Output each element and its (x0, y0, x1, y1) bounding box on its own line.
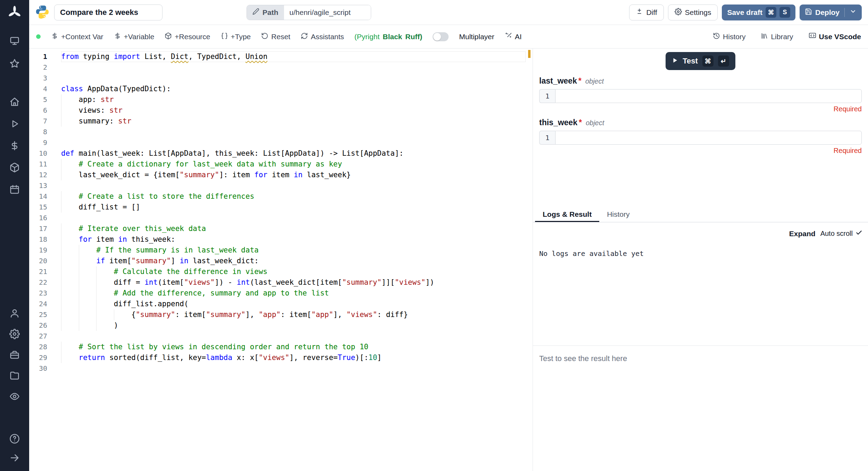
line-number: 24 (29, 299, 47, 309)
cmd-key-badge: ⌘ (766, 7, 776, 18)
multiplayer-label: Multiplayer (459, 33, 494, 41)
app-window: Path u/henri/agile_script Diff Settings (0, 0, 868, 471)
code-line[interactable]: # Sort the list by views in descending o… (61, 342, 526, 352)
add-type-label: +Type (231, 33, 251, 41)
add-resource-button[interactable]: +Resource (165, 32, 210, 41)
code-line[interactable]: if item["summary"] in last_week_dict: (61, 256, 526, 266)
gear-icon[interactable] (8, 328, 21, 340)
code-line[interactable] (61, 363, 526, 374)
code-line[interactable]: app: str (61, 94, 526, 105)
history-button[interactable]: History (713, 32, 745, 41)
code-line[interactable]: # Calculate the difference in views (61, 266, 526, 277)
code-line[interactable]: # Add the difference, summary and app to… (61, 288, 526, 299)
chevron-down-icon[interactable] (850, 8, 857, 17)
code-line[interactable] (61, 180, 526, 191)
settings-label: Settings (685, 8, 711, 17)
star-icon[interactable] (8, 58, 21, 70)
tab-history[interactable]: History (599, 207, 637, 222)
home-icon[interactable] (8, 96, 21, 108)
enter-key-badge: ↵ (718, 55, 729, 67)
script-title-input[interactable] (54, 5, 162, 20)
code-line[interactable]: summary: str (61, 116, 526, 127)
multiplayer-toggle[interactable] (433, 32, 449, 41)
test-button[interactable]: Test ⌘ ↵ (666, 52, 735, 70)
line-number: 5 (29, 94, 47, 105)
code-line[interactable] (61, 127, 526, 137)
folder-icon[interactable] (8, 369, 21, 382)
code-line[interactable]: diff = int(item["views"]) - int(last_wee… (61, 277, 526, 288)
save-draft-button[interactable]: Save draft ⌘ S (722, 5, 795, 20)
sidebar (0, 0, 29, 471)
settings-button[interactable]: Settings (668, 5, 718, 20)
eye-icon[interactable] (8, 390, 21, 403)
path-group[interactable]: Path u/henri/agile_script (247, 5, 371, 20)
code-line[interactable]: # Create a list to store the differences (61, 191, 526, 202)
this-week-input[interactable] (555, 131, 862, 145)
code-line[interactable]: def main(last_week: List[AppData], this_… (61, 148, 526, 159)
calendar-icon[interactable] (8, 183, 21, 196)
add-context-var-button[interactable]: +Context Var (51, 32, 103, 41)
braces-icon (221, 32, 228, 41)
logs-area: Expand Auto scroll No logs are available… (533, 222, 868, 346)
assistants-button[interactable]: Assistants (301, 32, 344, 41)
code-line[interactable]: last_week_dict = {item["summary"]: item … (61, 170, 526, 180)
autoscroll-checkbox[interactable]: Auto scroll (820, 229, 862, 238)
library-button[interactable]: Library (761, 32, 793, 41)
code-line[interactable]: diff_list = [] (61, 202, 526, 213)
code-line[interactable]: {"summary": item["summary"], "app": item… (61, 309, 526, 320)
path-value[interactable]: u/henri/agile_script (284, 5, 371, 20)
result-placeholder: Test to see the result here (539, 354, 627, 363)
line-number: 21 (29, 266, 47, 277)
last-week-input[interactable] (555, 89, 862, 103)
code-line[interactable]: for item in this_week: (61, 234, 526, 245)
tab-logs-result[interactable]: Logs & Result (535, 207, 599, 222)
line-number: 6 (29, 105, 47, 116)
arrow-right-icon[interactable] (8, 452, 21, 464)
refresh-cw-icon (301, 32, 308, 41)
topbar: Path u/henri/agile_script Diff Settings (29, 0, 868, 25)
code-line[interactable]: class AppData(TypedDict): (61, 84, 526, 94)
add-resource-label: +Resource (175, 33, 210, 41)
code-line[interactable]: ) (61, 320, 526, 331)
help-icon[interactable] (8, 433, 21, 445)
code-line[interactable]: diff_list.append( (61, 299, 526, 309)
line-number: 18 (29, 234, 47, 245)
windmill-logo-icon[interactable] (8, 0, 22, 25)
code-line[interactable] (61, 73, 526, 84)
code-editor[interactable]: 1234567891011121314151617181920212223242… (29, 49, 533, 471)
code-line[interactable] (61, 331, 526, 342)
line-number: 16 (29, 213, 47, 223)
arg-line-number: 1 (539, 131, 555, 145)
code-line[interactable]: # Create a dictionary for last_week data… (61, 159, 526, 170)
editor-code[interactable]: from typing import List, Dict, TypedDict… (61, 49, 526, 471)
reset-button[interactable]: Reset (261, 32, 290, 41)
add-variable-button[interactable]: +Variable (114, 32, 155, 41)
editor-overview-ruler[interactable] (526, 49, 533, 471)
code-line[interactable]: from typing import List, Dict, TypedDict… (61, 51, 526, 62)
briefcase-icon[interactable] (8, 349, 21, 361)
ai-button[interactable]: AI (505, 32, 522, 41)
add-type-button[interactable]: +Type (221, 32, 251, 41)
code-line[interactable]: # If the summary is in last_week data (61, 245, 526, 256)
diff-button[interactable]: Diff (629, 5, 663, 20)
cmd-key-badge: ⌘ (702, 55, 713, 67)
user-icon[interactable] (8, 307, 21, 319)
code-line[interactable] (61, 137, 526, 148)
code-line[interactable]: views: str (61, 105, 526, 116)
code-line[interactable] (61, 62, 526, 73)
path-edit-button[interactable]: Path (247, 5, 284, 20)
linters-status: (Pyright Black Ruff) (354, 33, 422, 41)
code-line[interactable]: return sorted(diff_list, key=lambda x: x… (61, 352, 526, 363)
dollar-icon[interactable] (8, 139, 21, 152)
expand-button[interactable]: Expand (789, 230, 816, 238)
play-icon[interactable] (8, 118, 21, 130)
monitor-icon[interactable] (8, 35, 21, 47)
code-line[interactable] (61, 213, 526, 223)
use-vscode-button[interactable]: Use VScode (809, 32, 861, 41)
boxes-icon[interactable] (8, 161, 21, 174)
code-line[interactable]: # Iterate over this_week data (61, 223, 526, 234)
deploy-button[interactable]: Deploy (800, 5, 862, 20)
pencil-icon (252, 8, 259, 17)
line-number: 9 (29, 137, 47, 148)
line-number: 11 (29, 159, 47, 170)
